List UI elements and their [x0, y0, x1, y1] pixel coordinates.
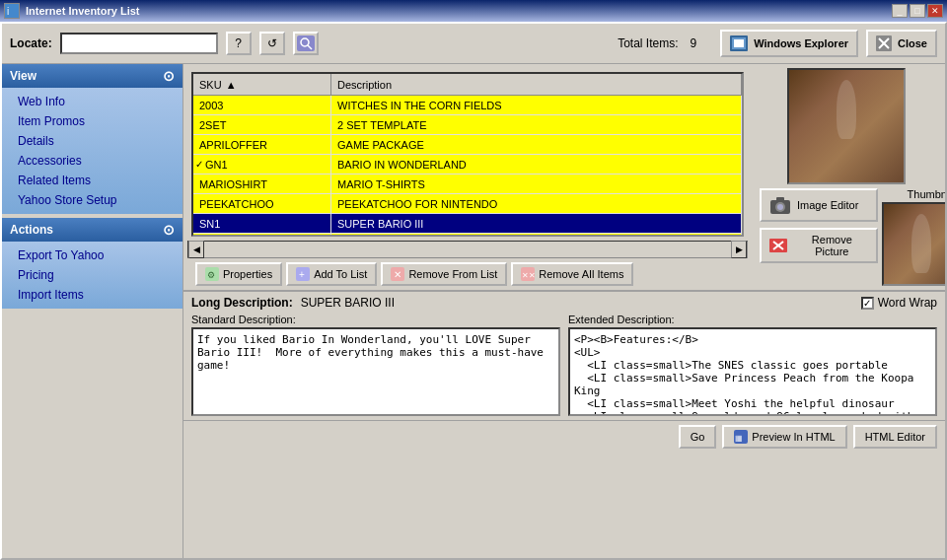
image-lower-row: Image Editor Remove	[752, 188, 941, 286]
table-row[interactable]: 2003 WITCHES IN THE CORN FIELDS	[193, 96, 742, 115]
sidebar-item-label: Pricing	[18, 268, 54, 282]
locate-label: Locate:	[10, 36, 52, 50]
right-panel: SKU ▲ Description 2003 WITCHES IN THE CO…	[183, 64, 945, 558]
close-label: Close	[898, 37, 927, 49]
scroll-left-button[interactable]: ◀	[188, 241, 204, 258]
sidebar-item-export-yahoo[interactable]: Export To Yahoo	[2, 245, 182, 265]
view-section-header[interactable]: View ⊙	[2, 64, 182, 88]
help-button[interactable]: ?	[226, 32, 252, 55]
h-scrollbar[interactable]: ◀ ▶	[187, 241, 748, 258]
description-area: Long Description: SUPER BARIO III ✓ Word…	[183, 291, 945, 420]
thumbnail-label: Thumbnail:	[908, 188, 945, 200]
desc-cell: MARIO T-SHIRTS	[331, 175, 742, 193]
table-row[interactable]: PEEKATCHOO PEEKATCHOO FOR NINTENDO	[193, 194, 742, 214]
sidebar-item-label: Details	[18, 134, 54, 148]
sku-header[interactable]: SKU ▲	[193, 74, 331, 95]
maximize-button[interactable]: □	[910, 4, 925, 18]
camera-icon	[769, 194, 791, 216]
sidebar-item-label: Accessories	[18, 154, 82, 168]
thumbnail-col: Thumbnail:	[882, 188, 945, 286]
long-desc-row: Long Description: SUPER BARIO III ✓ Word…	[191, 296, 937, 310]
sidebar-item-label: Yahoo Store Setup	[18, 193, 117, 207]
extended-desc-textarea[interactable]	[568, 327, 937, 416]
thumbnail-art	[884, 204, 945, 284]
desc-cell: GAME PACKAGE	[331, 135, 742, 154]
view-items: Web Info Item Promos Details Accessories…	[2, 88, 182, 214]
remove-from-list-button[interactable]: ✕ Remove From List	[381, 262, 507, 286]
sidebar-item-related-items[interactable]: Related Items	[2, 171, 182, 190]
desc-cell: BARIO IN WONDERLAND	[331, 155, 742, 174]
table-header: SKU ▲ Description	[193, 74, 742, 96]
description-header-label: Description	[337, 79, 392, 91]
image-editor-button[interactable]: Image Editor	[760, 188, 878, 222]
main-image	[787, 68, 906, 184]
table-scroll[interactable]: 2003 WITCHES IN THE CORN FIELDS 2SET 2 S…	[193, 96, 742, 235]
table-row[interactable]: MARIOSHIRT MARIO T-SHIRTS	[193, 175, 742, 194]
close-button[interactable]: Close	[866, 30, 937, 57]
table-row[interactable]: ✓GN1 BARIO IN WONDERLAND	[193, 155, 742, 175]
app-icon: i	[4, 3, 20, 19]
standard-desc-textarea[interactable]	[191, 327, 560, 416]
sidebar-item-import-items[interactable]: Import Items	[2, 285, 182, 305]
sidebar-item-web-info[interactable]: Web Info	[2, 92, 182, 111]
properties-label: Properties	[223, 268, 272, 280]
description-header[interactable]: Description	[331, 74, 742, 95]
search-button[interactable]	[293, 32, 319, 55]
view-section-label: View	[10, 69, 36, 83]
sidebar-item-item-promos[interactable]: Item Promos	[2, 111, 182, 131]
refresh-button[interactable]: ↺	[259, 32, 285, 55]
remove-picture-button[interactable]: Remove Picture	[760, 228, 878, 263]
sidebar-item-pricing[interactable]: Pricing	[2, 265, 182, 285]
sku-cell: SN1	[193, 214, 331, 233]
sku-cell: ✓GN1	[193, 155, 331, 174]
bottom-buttons: Go ▦ Preview In HTML HTML Editor	[183, 420, 945, 453]
scroll-right-button[interactable]: ▶	[731, 241, 747, 258]
actions-section-header[interactable]: Actions ⊙	[2, 218, 182, 242]
go-button[interactable]: Go	[679, 425, 717, 449]
html-editor-button[interactable]: HTML Editor	[853, 425, 937, 449]
long-desc-label: Long Description:	[191, 296, 293, 310]
table-row[interactable]: SNA1 DELUXE JOYSTICK	[193, 234, 742, 235]
image-btn-col: Image Editor Remove	[752, 188, 878, 263]
table-wrapper: SKU ▲ Description 2003 WITCHES IN THE CO…	[187, 68, 748, 290]
html-editor-label: HTML Editor	[865, 431, 925, 443]
svg-text:▦: ▦	[735, 434, 743, 443]
sidebar-item-accessories[interactable]: Accessories	[2, 151, 182, 171]
standard-desc-label: Standard Description:	[191, 314, 560, 325]
add-to-list-button[interactable]: + Add To List	[286, 262, 377, 286]
word-wrap-container[interactable]: ✓ Word Wrap	[861, 296, 937, 310]
windows-explorer-label: Windows Explorer	[754, 37, 848, 49]
inventory-table: SKU ▲ Description 2003 WITCHES IN THE CO…	[191, 72, 744, 237]
total-items-label: Total Items:	[618, 36, 678, 50]
window-controls: _ □ ✕	[892, 4, 943, 18]
remove-from-list-label: Remove From List	[408, 268, 497, 280]
preview-in-html-button[interactable]: ▦ Preview In HTML	[722, 425, 846, 449]
go-label: Go	[691, 431, 705, 443]
sidebar-item-label: Export To Yahoo	[18, 248, 104, 262]
minimize-button[interactable]: _	[892, 4, 908, 18]
table-row[interactable]: SN1 SUPER BARIO III	[193, 214, 742, 234]
remove-all-button[interactable]: ✕✕ Remove AIl Items	[511, 262, 633, 286]
sku-cell: SNA1	[193, 234, 331, 235]
desc-cell: DELUXE JOYSTICK	[331, 234, 742, 235]
main-window: Locate: ? ↺ Total Items: 9 Windows Explo…	[0, 22, 947, 560]
sidebar-item-yahoo-store-setup[interactable]: Yahoo Store Setup	[2, 190, 182, 210]
window-title: Internet Inventory List	[26, 5, 886, 17]
windows-explorer-button[interactable]: Windows Explorer	[720, 30, 858, 57]
close-window-button[interactable]: ✕	[927, 4, 943, 18]
sku-cell: PEEKATCHOO	[193, 194, 331, 213]
desc-cell: 2 SET TEMPLATE	[331, 115, 742, 134]
table-row[interactable]: APRILOFFER GAME PACKAGE	[193, 135, 742, 155]
desc-cell: PEEKATCHOO FOR NINTENDO	[331, 194, 742, 213]
image-editor-label: Image Editor	[797, 199, 858, 211]
word-wrap-checkbox[interactable]: ✓	[861, 297, 874, 310]
action-items: Export To Yahoo Pricing Import Items	[2, 242, 182, 309]
sku-cell: APRILOFFER	[193, 135, 331, 154]
svg-rect-7	[734, 39, 744, 47]
sku-header-label: SKU	[199, 79, 222, 91]
table-row[interactable]: 2SET 2 SET TEMPLATE	[193, 115, 742, 135]
sidebar-item-details[interactable]: Details	[2, 131, 182, 151]
locate-input[interactable]	[60, 33, 218, 54]
properties-button[interactable]: ⚙ Properties	[195, 262, 282, 286]
actions-section-label: Actions	[10, 223, 53, 237]
